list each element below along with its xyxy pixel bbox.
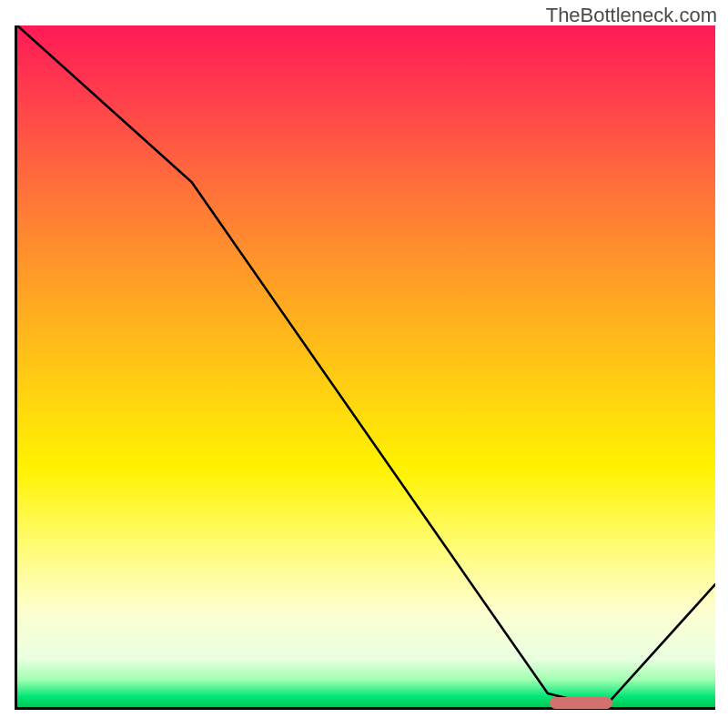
bottleneck-curve-path xyxy=(17,25,715,701)
chart-curve-svg xyxy=(17,25,715,707)
optimal-range-marker xyxy=(550,697,612,709)
chart-plot-area xyxy=(15,25,715,710)
watermark-text: TheBottleneck.com xyxy=(546,4,717,27)
